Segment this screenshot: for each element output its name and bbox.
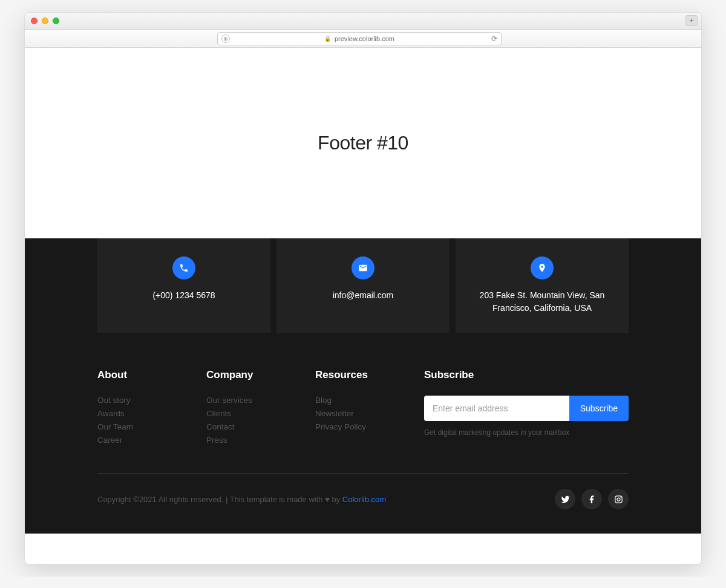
page-viewport: Footer #10 (+00) 1234 5678 info@email.co… bbox=[25, 48, 701, 564]
hero-section: Footer #10 bbox=[25, 48, 701, 238]
below-footer-space bbox=[25, 534, 701, 564]
window-maximize-button[interactable] bbox=[53, 18, 59, 24]
facebook-icon[interactable] bbox=[581, 489, 602, 509]
footer-link[interactable]: Privacy Policy bbox=[315, 422, 412, 431]
colorlib-link[interactable]: Colorlib.com bbox=[342, 495, 386, 504]
email-icon bbox=[352, 256, 374, 279]
footer-link[interactable]: Press bbox=[206, 436, 303, 445]
window-close-button[interactable] bbox=[31, 18, 38, 24]
browser-window: + ⊕ 🔒 preview.colorlib.com ⟳ Footer #10 … bbox=[24, 12, 702, 564]
location-icon bbox=[531, 256, 554, 279]
lock-icon: 🔒 bbox=[324, 36, 331, 42]
email-text: info@email.com bbox=[333, 289, 394, 302]
links-row: About Out story Awards Our Team Career C… bbox=[25, 333, 701, 473]
bottom-row: Copyright ©2021 All rights reserved. | T… bbox=[97, 473, 629, 509]
contact-row: (+00) 1234 5678 info@email.com 203 Fake … bbox=[25, 238, 701, 333]
footer-link[interactable]: Contact bbox=[206, 422, 303, 431]
url-text: preview.colorlib.com bbox=[335, 35, 394, 42]
copyright-text: Copyright ©2021 All rights reserved. | T… bbox=[97, 495, 386, 504]
col-heading: About bbox=[97, 369, 194, 381]
contact-card-address: 203 Fake St. Mountain View, San Francisc… bbox=[456, 238, 629, 333]
subscribe-form: Subscribe bbox=[424, 396, 629, 421]
instagram-icon[interactable] bbox=[608, 489, 629, 509]
browser-toolbar: ⊕ 🔒 preview.colorlib.com ⟳ bbox=[25, 30, 701, 48]
svg-point-1 bbox=[617, 498, 620, 501]
footer-link[interactable]: Out story bbox=[97, 396, 194, 405]
reader-icon[interactable]: ⊕ bbox=[221, 34, 230, 43]
page-title: Footer #10 bbox=[318, 132, 408, 154]
heart-icon: ♥ bbox=[325, 495, 330, 504]
window-minimize-button[interactable] bbox=[42, 18, 48, 24]
subscribe-button[interactable]: Subscribe bbox=[569, 396, 629, 421]
svg-point-2 bbox=[620, 497, 621, 498]
social-row bbox=[555, 489, 629, 509]
col-resources: Resources Blog Newsletter Privacy Policy bbox=[315, 369, 412, 449]
col-about: About Out story Awards Our Team Career bbox=[97, 369, 194, 449]
footer-link[interactable]: Blog bbox=[315, 396, 412, 405]
footer-link[interactable]: Our Team bbox=[97, 422, 194, 431]
col-company: Company Our services Clients Contact Pre… bbox=[206, 369, 303, 449]
footer-link[interactable]: Newsletter bbox=[315, 409, 412, 418]
window-titlebar: + bbox=[25, 13, 701, 30]
phone-icon bbox=[172, 256, 195, 279]
reload-icon[interactable]: ⟳ bbox=[491, 34, 497, 43]
footer-link[interactable]: Career bbox=[97, 436, 194, 445]
twitter-icon[interactable] bbox=[555, 489, 575, 509]
new-tab-button[interactable]: + bbox=[685, 15, 698, 26]
traffic-lights bbox=[31, 18, 59, 24]
footer-link[interactable]: Awards bbox=[97, 409, 194, 418]
col-heading: Company bbox=[206, 369, 303, 381]
col-subscribe: Subscribe Subscribe Get digital marketin… bbox=[424, 369, 629, 449]
phone-text: (+00) 1234 5678 bbox=[152, 289, 215, 302]
address-text: 203 Fake St. Mountain View, San Francisc… bbox=[468, 289, 616, 315]
contact-card-email: info@email.com bbox=[276, 238, 450, 333]
footer-link[interactable]: Our services bbox=[206, 396, 303, 405]
footer: (+00) 1234 5678 info@email.com 203 Fake … bbox=[25, 238, 701, 534]
col-heading: Subscribe bbox=[424, 369, 629, 381]
subscribe-note: Get digital marketing updates in your ma… bbox=[424, 428, 629, 437]
col-heading: Resources bbox=[315, 369, 412, 381]
footer-link[interactable]: Clients bbox=[206, 409, 303, 418]
email-input[interactable] bbox=[424, 396, 569, 421]
address-bar[interactable]: ⊕ 🔒 preview.colorlib.com ⟳ bbox=[217, 32, 502, 45]
contact-card-phone: (+00) 1234 5678 bbox=[97, 238, 270, 333]
